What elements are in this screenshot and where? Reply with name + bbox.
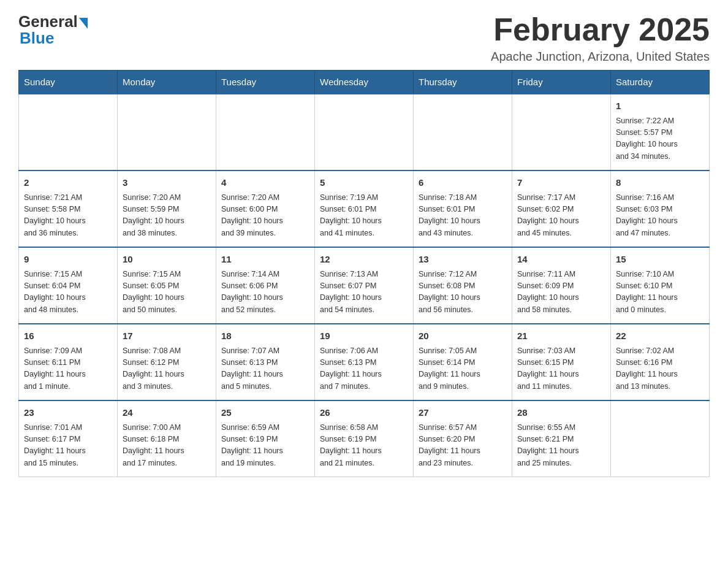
calendar-cell: 18Sunrise: 7:07 AMSunset: 6:13 PMDayligh… <box>216 324 315 400</box>
calendar-week-row: 1Sunrise: 7:22 AMSunset: 5:57 PMDaylight… <box>19 94 710 170</box>
day-number: 25 <box>221 406 309 420</box>
day-number: 12 <box>320 253 408 267</box>
day-number: 11 <box>221 253 309 267</box>
month-title: February 2025 <box>491 12 710 47</box>
title-section: February 2025 Apache Junction, Arizona, … <box>491 12 710 64</box>
calendar-cell: 13Sunrise: 7:12 AMSunset: 6:08 PMDayligh… <box>414 247 512 324</box>
calendar-cell: 23Sunrise: 7:01 AMSunset: 6:17 PMDayligh… <box>19 400 118 477</box>
logo-arrow-icon <box>79 18 88 29</box>
calendar-week-row: 16Sunrise: 7:09 AMSunset: 6:11 PMDayligh… <box>19 324 710 400</box>
day-info: Sunrise: 7:20 AMSunset: 6:00 PMDaylight:… <box>221 192 309 240</box>
day-info: Sunrise: 7:03 AMSunset: 6:15 PMDaylight:… <box>517 345 605 393</box>
calendar-cell: 3Sunrise: 7:20 AMSunset: 5:59 PMDaylight… <box>118 170 216 247</box>
day-of-week-header: Thursday <box>414 71 512 94</box>
calendar-cell: 28Sunrise: 6:55 AMSunset: 6:21 PMDayligh… <box>512 400 611 477</box>
calendar-cell <box>118 94 216 170</box>
day-info: Sunrise: 7:15 AMSunset: 6:05 PMDaylight:… <box>123 269 211 316</box>
day-number: 21 <box>517 329 605 343</box>
calendar-cell: 1Sunrise: 7:22 AMSunset: 5:57 PMDaylight… <box>611 94 710 170</box>
day-number: 16 <box>24 329 112 343</box>
day-number: 20 <box>419 329 507 343</box>
day-info: Sunrise: 7:11 AMSunset: 6:09 PMDaylight:… <box>517 269 605 316</box>
day-info: Sunrise: 6:57 AMSunset: 6:20 PMDaylight:… <box>419 422 507 470</box>
calendar-cell <box>216 94 315 170</box>
day-number: 14 <box>517 253 605 267</box>
calendar-cell: 4Sunrise: 7:20 AMSunset: 6:00 PMDaylight… <box>216 170 315 247</box>
calendar-cell <box>414 94 512 170</box>
day-info: Sunrise: 6:59 AMSunset: 6:19 PMDaylight:… <box>221 422 309 470</box>
calendar-cell: 26Sunrise: 6:58 AMSunset: 6:19 PMDayligh… <box>315 400 414 477</box>
day-number: 5 <box>320 176 408 190</box>
day-info: Sunrise: 7:15 AMSunset: 6:04 PMDaylight:… <box>24 269 112 316</box>
day-number: 27 <box>419 406 507 420</box>
calendar-cell: 5Sunrise: 7:19 AMSunset: 6:01 PMDaylight… <box>315 170 414 247</box>
day-info: Sunrise: 6:58 AMSunset: 6:19 PMDaylight:… <box>320 422 408 470</box>
day-of-week-header: Monday <box>118 71 216 94</box>
day-number: 6 <box>419 176 507 190</box>
calendar-cell: 16Sunrise: 7:09 AMSunset: 6:11 PMDayligh… <box>19 324 118 400</box>
day-number: 9 <box>24 253 112 267</box>
day-info: Sunrise: 7:09 AMSunset: 6:11 PMDaylight:… <box>24 345 112 393</box>
day-info: Sunrise: 7:12 AMSunset: 6:08 PMDaylight:… <box>419 269 507 316</box>
day-info: Sunrise: 7:22 AMSunset: 5:57 PMDaylight:… <box>616 115 704 163</box>
day-number: 26 <box>320 406 408 420</box>
calendar-cell <box>19 94 118 170</box>
day-number: 17 <box>123 329 211 343</box>
calendar-table: SundayMondayTuesdayWednesdayThursdayFrid… <box>18 70 710 477</box>
logo: General Blue <box>18 12 88 48</box>
day-of-week-header: Saturday <box>611 71 710 94</box>
day-number: 19 <box>320 329 408 343</box>
calendar-header-row: SundayMondayTuesdayWednesdayThursdayFrid… <box>19 71 710 94</box>
logo-blue-text: Blue <box>20 29 54 48</box>
calendar-cell <box>512 94 611 170</box>
calendar-cell: 25Sunrise: 6:59 AMSunset: 6:19 PMDayligh… <box>216 400 315 477</box>
calendar-cell: 22Sunrise: 7:02 AMSunset: 6:16 PMDayligh… <box>611 324 710 400</box>
day-number: 1 <box>616 99 704 113</box>
calendar-cell: 21Sunrise: 7:03 AMSunset: 6:15 PMDayligh… <box>512 324 611 400</box>
calendar-cell: 12Sunrise: 7:13 AMSunset: 6:07 PMDayligh… <box>315 247 414 324</box>
calendar-cell: 20Sunrise: 7:05 AMSunset: 6:14 PMDayligh… <box>414 324 512 400</box>
day-number: 8 <box>616 176 704 190</box>
day-info: Sunrise: 7:10 AMSunset: 6:10 PMDaylight:… <box>616 269 704 316</box>
day-number: 28 <box>517 406 605 420</box>
day-info: Sunrise: 7:16 AMSunset: 6:03 PMDaylight:… <box>616 192 704 240</box>
day-number: 10 <box>123 253 211 267</box>
day-number: 7 <box>517 176 605 190</box>
calendar-cell: 9Sunrise: 7:15 AMSunset: 6:04 PMDaylight… <box>19 247 118 324</box>
calendar-cell <box>611 400 710 477</box>
day-info: Sunrise: 6:55 AMSunset: 6:21 PMDaylight:… <box>517 422 605 470</box>
day-info: Sunrise: 7:05 AMSunset: 6:14 PMDaylight:… <box>419 345 507 393</box>
page-header: General Blue February 2025 Apache Juncti… <box>18 12 710 64</box>
calendar-week-row: 2Sunrise: 7:21 AMSunset: 5:58 PMDaylight… <box>19 170 710 247</box>
calendar-cell: 19Sunrise: 7:06 AMSunset: 6:13 PMDayligh… <box>315 324 414 400</box>
day-number: 3 <box>123 176 211 190</box>
calendar-week-row: 9Sunrise: 7:15 AMSunset: 6:04 PMDaylight… <box>19 247 710 324</box>
calendar-cell: 24Sunrise: 7:00 AMSunset: 6:18 PMDayligh… <box>118 400 216 477</box>
day-info: Sunrise: 7:13 AMSunset: 6:07 PMDaylight:… <box>320 269 408 316</box>
day-info: Sunrise: 7:17 AMSunset: 6:02 PMDaylight:… <box>517 192 605 240</box>
day-number: 4 <box>221 176 309 190</box>
calendar-cell: 27Sunrise: 6:57 AMSunset: 6:20 PMDayligh… <box>414 400 512 477</box>
day-number: 23 <box>24 406 112 420</box>
calendar-cell: 2Sunrise: 7:21 AMSunset: 5:58 PMDaylight… <box>19 170 118 247</box>
day-of-week-header: Friday <box>512 71 611 94</box>
calendar-cell: 14Sunrise: 7:11 AMSunset: 6:09 PMDayligh… <box>512 247 611 324</box>
calendar-cell: 10Sunrise: 7:15 AMSunset: 6:05 PMDayligh… <box>118 247 216 324</box>
day-info: Sunrise: 7:02 AMSunset: 6:16 PMDaylight:… <box>616 345 704 393</box>
calendar-cell <box>315 94 414 170</box>
day-info: Sunrise: 7:01 AMSunset: 6:17 PMDaylight:… <box>24 422 112 470</box>
calendar-cell: 15Sunrise: 7:10 AMSunset: 6:10 PMDayligh… <box>611 247 710 324</box>
day-of-week-header: Sunday <box>19 71 118 94</box>
calendar-week-row: 23Sunrise: 7:01 AMSunset: 6:17 PMDayligh… <box>19 400 710 477</box>
day-number: 13 <box>419 253 507 267</box>
day-number: 15 <box>616 253 704 267</box>
calendar-cell: 8Sunrise: 7:16 AMSunset: 6:03 PMDaylight… <box>611 170 710 247</box>
day-number: 2 <box>24 176 112 190</box>
calendar-cell: 7Sunrise: 7:17 AMSunset: 6:02 PMDaylight… <box>512 170 611 247</box>
day-info: Sunrise: 7:08 AMSunset: 6:12 PMDaylight:… <box>123 345 211 393</box>
day-info: Sunrise: 7:20 AMSunset: 5:59 PMDaylight:… <box>123 192 211 240</box>
day-info: Sunrise: 7:07 AMSunset: 6:13 PMDaylight:… <box>221 345 309 393</box>
day-info: Sunrise: 7:19 AMSunset: 6:01 PMDaylight:… <box>320 192 408 240</box>
calendar-cell: 17Sunrise: 7:08 AMSunset: 6:12 PMDayligh… <box>118 324 216 400</box>
calendar-cell: 11Sunrise: 7:14 AMSunset: 6:06 PMDayligh… <box>216 247 315 324</box>
